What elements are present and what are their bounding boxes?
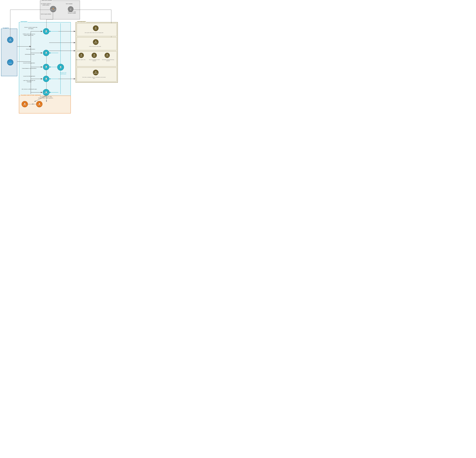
audit-annotation: Send Job metadata to Audit database bbox=[88, 59, 100, 61]
execution-title: TALEND EXECUTION SERVERS bbox=[20, 94, 42, 96]
annotation-access-web: Access the Web application bbox=[21, 62, 36, 64]
databases-title: DATABASES bbox=[77, 21, 86, 22]
annotation-share: Share Jobs, routes services & models bbox=[66, 11, 78, 14]
annotation-create: Create datasets, run preparations bbox=[22, 68, 37, 69]
or-label: OR bbox=[31, 103, 34, 105]
tds-server-icon: 📋 TDS bbox=[43, 76, 49, 82]
annotation-access-web2: Access the Web application bbox=[22, 76, 37, 77]
clients-box: CLIENTS bbox=[1, 29, 17, 76]
mdm-server-icon: 📋 MDM bbox=[43, 28, 49, 34]
annotation-manages-sso: Manages SSO authentication bbox=[59, 72, 68, 75]
mongodb-annotation: Store tasks, campaigns, datasets, prepar… bbox=[82, 77, 106, 79]
clients-title: CLIENTS bbox=[2, 27, 9, 29]
jobserver-icon: 📋 JobServer bbox=[36, 101, 42, 107]
browser-icon: 🌐 Browser bbox=[7, 59, 13, 66]
dq-annotation: Collect and govern data quality bbox=[85, 46, 105, 47]
audit-db-icon: 🗄 Audit bbox=[92, 53, 97, 58]
admin-annotation: Store users, rights, roles... bbox=[76, 59, 86, 60]
mdm-db-icon: 🗄 MDM bbox=[93, 25, 99, 31]
studio-icon: 🖥 Studio bbox=[7, 37, 13, 43]
servers-title: SERVERS bbox=[20, 21, 28, 22]
diagram-container: REPOSITORIES CLIENTS SERVERS DATABASES T… bbox=[0, 0, 119, 115]
dictionary-service-icon: 📋 Dictionary Service bbox=[43, 89, 50, 96]
mongodb-icon: 🗄 MongoDB bbox=[93, 70, 99, 75]
annotation-check: Check authorizations bbox=[25, 49, 36, 50]
tdp-server-icon: 📋 TDP bbox=[43, 64, 49, 70]
runtime-icon: 📋 Runtime bbox=[22, 101, 28, 107]
dq-mart-icon: 🗄 DQ Mart bbox=[93, 39, 99, 45]
annotation-metadata: Store metadata bbox=[65, 3, 73, 5]
tac-server-icon: 📋 TAC bbox=[43, 50, 49, 56]
iam-server-icon: 📋 IAM bbox=[57, 64, 64, 71]
mdm-db-annotation: Store system data, master data and stagi… bbox=[83, 32, 105, 33]
annotation-software: Get software updates & publish artifacts bbox=[41, 3, 51, 6]
monitoring-db-icon: 🗄 Monitoring bbox=[105, 53, 110, 58]
annotation-add: Add, remove or edit semantic types bbox=[21, 89, 37, 90]
annotation-admin: Administrate & monitor bbox=[23, 54, 36, 55]
annotation-send: Send & request artifacts bbox=[41, 14, 51, 15]
git-icon: 🗂 Git bbox=[68, 6, 73, 12]
annotation-govern: Govern & monitor master data and staging bbox=[24, 27, 38, 29]
monitoring-annotation: Send data to Activity Monitoring databas… bbox=[102, 59, 115, 61]
annotation-load: Load, read or edit tasks into campaigns bbox=[21, 80, 37, 82]
repositories-title: REPOSITORIES bbox=[41, 0, 52, 1]
annotation-setup: Set up deployment for Jobs, services, ro… bbox=[38, 96, 54, 99]
admin-db-icon: 🗄 Admin bbox=[79, 53, 84, 58]
artifact-repository-icon: 📦 Artifact Repository bbox=[50, 6, 56, 12]
annotation-publish: Publish system data such as models, trig… bbox=[21, 34, 36, 36]
